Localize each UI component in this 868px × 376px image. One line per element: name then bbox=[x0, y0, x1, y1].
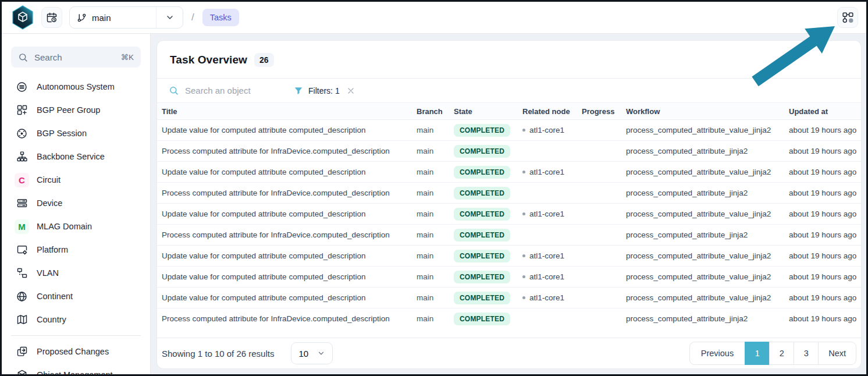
page-button-1[interactable]: 1 bbox=[745, 342, 770, 365]
sidebar-item-platform[interactable]: Platform bbox=[11, 238, 141, 261]
branch-name: main bbox=[92, 13, 111, 23]
wheel-icon bbox=[15, 127, 29, 140]
breadcrumb-tasks[interactable]: Tasks bbox=[202, 9, 239, 26]
sidebar-item-label: Country bbox=[37, 315, 66, 324]
task-updated-at: about 19 hours ago bbox=[789, 162, 861, 183]
column-title: Title bbox=[157, 103, 417, 120]
task-title: Process computed attribute for InfraDevi… bbox=[157, 141, 417, 162]
task-progress bbox=[582, 288, 626, 308]
sidebar-item-bgp-session[interactable]: BGP Session bbox=[11, 122, 141, 145]
chevron-down-icon bbox=[317, 349, 325, 357]
task-updated-at: about 19 hours ago bbox=[789, 267, 861, 288]
task-title: Update value for computed attribute comp… bbox=[157, 120, 417, 141]
task-related-node bbox=[522, 225, 582, 246]
task-title: Process computed attribute for InfraDevi… bbox=[157, 308, 417, 329]
lan-icon bbox=[15, 267, 29, 279]
sidebar-item-label: Continent bbox=[37, 292, 73, 301]
sidebar-item-vlan[interactable]: VLAN bbox=[11, 261, 141, 285]
filter-bar: Filters: 1 bbox=[157, 78, 861, 102]
server-icon bbox=[15, 197, 29, 209]
table-row[interactable]: Process computed attribute for InfraDevi… bbox=[157, 308, 861, 329]
task-branch: main bbox=[417, 204, 454, 225]
task-state: COMPLETED bbox=[454, 246, 522, 267]
clear-filters-button[interactable] bbox=[347, 87, 355, 95]
schema-visualizer-button[interactable] bbox=[837, 7, 858, 28]
table-row[interactable]: Update value for computed attribute comp… bbox=[157, 120, 861, 141]
git-branch-icon bbox=[77, 13, 87, 23]
task-workflow: process_computed_attribute_jinja2 bbox=[626, 308, 789, 329]
time-travel-button[interactable] bbox=[41, 7, 62, 28]
table-row[interactable]: Update value for computed attribute comp… bbox=[157, 162, 861, 183]
status-badge: COMPLETED bbox=[454, 229, 510, 242]
task-progress bbox=[582, 162, 626, 183]
sidebar-item-device[interactable]: Device bbox=[11, 191, 141, 215]
table-row[interactable]: Update value for computed attribute comp… bbox=[157, 204, 861, 225]
task-updated-at: about 19 hours ago bbox=[789, 225, 861, 246]
sidebar-search[interactable]: Search ⌘K bbox=[11, 47, 141, 68]
sidebar-item-continent[interactable]: Continent bbox=[11, 285, 141, 308]
page-button-3[interactable]: 3 bbox=[794, 342, 819, 365]
task-workflow: process_computed_attribute_value_jinja2 bbox=[626, 204, 789, 225]
column-related-node: Related node bbox=[522, 103, 582, 120]
branch-selector[interactable]: main bbox=[69, 6, 183, 29]
task-overview-card: Task Overview 26 Filters: 1 bbox=[156, 40, 862, 369]
globe-icon bbox=[15, 290, 29, 303]
sidebar-item-object-management[interactable]: Object Management bbox=[11, 363, 141, 374]
status-badge: COMPLETED bbox=[454, 313, 510, 325]
table-row[interactable]: Process computed attribute for InfraDevi… bbox=[157, 183, 861, 204]
task-progress bbox=[582, 308, 626, 329]
filters-indicator[interactable]: Filters: 1 bbox=[294, 86, 355, 95]
object-search bbox=[169, 86, 294, 95]
column-branch: Branch bbox=[417, 103, 454, 120]
task-title: Update value for computed attribute comp… bbox=[157, 288, 417, 308]
object-search-input[interactable] bbox=[185, 86, 281, 95]
task-related-node: atl1-core1 bbox=[522, 204, 582, 225]
circuit-letter-icon: C bbox=[15, 173, 29, 187]
sidebar-item-circuit[interactable]: C Circuit bbox=[11, 168, 141, 191]
table-row[interactable]: Process computed attribute for InfraDevi… bbox=[157, 141, 861, 162]
task-related-node: atl1-core1 bbox=[522, 267, 582, 288]
infrahub-logo[interactable] bbox=[11, 5, 34, 30]
task-branch: main bbox=[417, 246, 454, 267]
task-branch: main bbox=[417, 308, 454, 329]
table-row[interactable]: Update value for computed attribute comp… bbox=[157, 288, 861, 308]
status-badge: COMPLETED bbox=[454, 271, 510, 283]
task-title: Update value for computed attribute comp… bbox=[157, 162, 417, 183]
sidebar-item-label: Device bbox=[37, 198, 62, 208]
task-state: COMPLETED bbox=[454, 183, 522, 204]
task-branch: main bbox=[417, 120, 454, 141]
table-row[interactable]: Process computed attribute for InfraDevi… bbox=[157, 225, 861, 246]
sidebar-item-backbone-service[interactable]: Backbone Service bbox=[11, 145, 141, 168]
branch-selector-toggle[interactable] bbox=[156, 7, 183, 28]
schema-icon bbox=[842, 12, 854, 24]
close-icon bbox=[347, 87, 355, 95]
task-progress bbox=[582, 267, 626, 288]
previous-page-button[interactable]: Previous bbox=[689, 342, 745, 365]
task-state: COMPLETED bbox=[454, 120, 522, 141]
top-bar: main / Tasks bbox=[2, 2, 866, 34]
sidebar-item-label: Backbone Service bbox=[37, 152, 105, 161]
page-size-select[interactable]: 10 bbox=[291, 342, 333, 364]
table-row[interactable]: Update value for computed attribute comp… bbox=[157, 267, 861, 288]
sidebar-nav: Autonomous System BGP Peer Group BGP Ses… bbox=[11, 75, 141, 374]
sidebar-item-mlag-domain[interactable]: M MLAG Domain bbox=[11, 215, 141, 238]
task-state: COMPLETED bbox=[454, 225, 522, 246]
task-related-node bbox=[522, 308, 582, 329]
sidebar-item-country[interactable]: Country bbox=[11, 308, 141, 331]
sidebar-item-bgp-peer-group[interactable]: BGP Peer Group bbox=[11, 98, 141, 122]
task-progress bbox=[582, 183, 626, 204]
sidebar-item-autonomous-system[interactable]: Autonomous System bbox=[11, 75, 141, 98]
sidebar-item-label: Platform bbox=[37, 245, 68, 254]
table-row[interactable]: Update value for computed attribute comp… bbox=[157, 246, 861, 267]
tasks-table: Title Branch State Related node Progress… bbox=[157, 102, 861, 329]
page-button-2[interactable]: 2 bbox=[769, 342, 794, 365]
sidebar-item-label: Proposed Changes bbox=[37, 347, 109, 356]
results-summary: Showing 1 to 10 of 26 results bbox=[162, 349, 274, 359]
sidebar-item-proposed-changes[interactable]: Proposed Changes bbox=[11, 340, 141, 363]
sidebar-item-label: BGP Session bbox=[37, 129, 87, 138]
mlag-letter-icon: M bbox=[15, 219, 29, 234]
next-page-button[interactable]: Next bbox=[818, 342, 856, 365]
node-dot bbox=[522, 129, 525, 132]
column-progress: Progress bbox=[582, 103, 626, 120]
calendar-clock-icon bbox=[46, 12, 58, 23]
